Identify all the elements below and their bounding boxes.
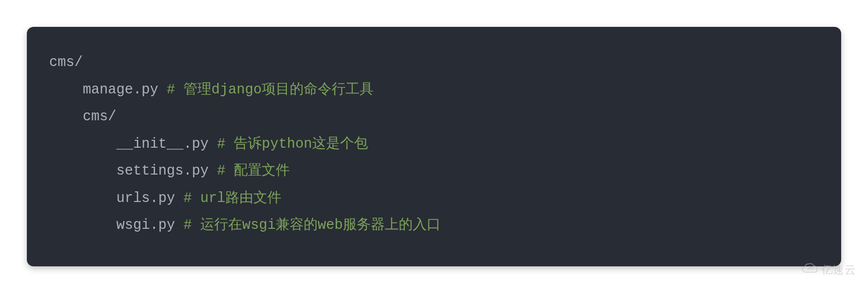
code-comment: # 运行在wsgi兼容的web服务器上的入口 <box>183 217 441 233</box>
code-comment: # 管理django项目的命令行工具 <box>167 82 374 98</box>
code-line: manage.py # 管理django项目的命令行工具 <box>49 77 819 104</box>
code-line: cms/ <box>49 104 819 131</box>
code-indent <box>49 109 83 125</box>
code-comment: # url路由文件 <box>183 190 281 206</box>
code-text: cms/ <box>49 54 83 70</box>
code-line: cms/ <box>49 49 819 77</box>
code-comment: # 配置文件 <box>217 163 290 179</box>
code-indent <box>49 163 116 179</box>
code-indent <box>49 190 116 206</box>
code-indent <box>49 82 83 98</box>
code-line: urls.py # url路由文件 <box>49 185 819 213</box>
code-line: wsgi.py # 运行在wsgi兼容的web服务器上的入口 <box>49 212 819 239</box>
code-text: wsgi.py <box>116 217 183 233</box>
code-block: cms/ manage.py # 管理django项目的命令行工具 cms/ _… <box>27 27 841 266</box>
cloud-icon <box>801 262 818 278</box>
code-indent <box>49 136 116 152</box>
code-text: cms/ <box>83 109 116 125</box>
code-line: __init__.py # 告诉python这是个包 <box>49 131 819 158</box>
code-line: settings.py # 配置文件 <box>49 158 819 185</box>
code-text: urls.py <box>116 190 183 206</box>
watermark-text: 亿速云 <box>822 262 856 278</box>
watermark: 亿速云 <box>801 262 856 278</box>
code-comment: # 告诉python这是个包 <box>217 136 368 152</box>
code-text: __init__.py <box>116 136 217 152</box>
code-text: manage.py <box>83 82 167 98</box>
code-text: settings.py <box>116 163 217 179</box>
code-indent <box>49 217 116 233</box>
